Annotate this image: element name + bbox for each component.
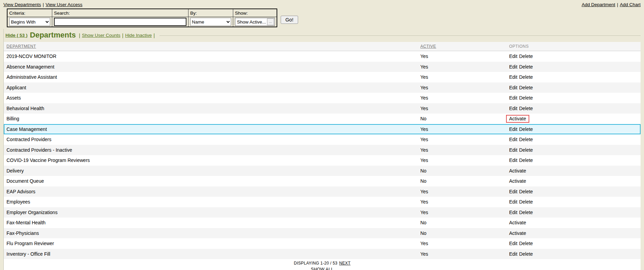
show-filter-browse-button[interactable]: ... bbox=[267, 18, 274, 25]
search-input[interactable] bbox=[54, 18, 186, 26]
edit-link[interactable]: Edit bbox=[509, 85, 517, 90]
edit-link[interactable]: Edit bbox=[509, 137, 517, 142]
view-user-access-link[interactable]: View User Access bbox=[46, 2, 83, 7]
active-cell: No bbox=[420, 168, 509, 174]
add-department-link[interactable]: Add Department bbox=[582, 2, 615, 7]
table-row[interactable]: Behavioral HealthYesEditDelete bbox=[4, 103, 641, 114]
table-row[interactable]: Absence ManagementYesEditDelete bbox=[4, 62, 641, 72]
by-select[interactable]: Name bbox=[190, 18, 231, 26]
delete-link[interactable]: Delete bbox=[519, 64, 533, 70]
table-header-row: DEPARTMENT ACTIVE OPTIONS bbox=[4, 42, 641, 51]
options-cell: EditDelete bbox=[509, 241, 641, 246]
activate-link[interactable]: Activate bbox=[509, 230, 526, 236]
table-row[interactable]: Case ManagementYesEditDelete bbox=[4, 124, 641, 135]
table-row[interactable]: Contracted Providers - InactiveYesEditDe… bbox=[4, 145, 641, 155]
table-row[interactable]: Administrative AssistantYesEditDelete bbox=[4, 72, 641, 82]
table-row[interactable]: Fax-Mental HealthNoActivate bbox=[4, 217, 641, 228]
hide-inactive-link[interactable]: Hide Inactive bbox=[125, 33, 152, 38]
table-row[interactable]: Fax-PhysiciansNoActivate bbox=[4, 228, 641, 239]
active-cell: No bbox=[420, 230, 509, 236]
table-row[interactable]: COVID-19 Vaccine Program ReviewersYesEdi… bbox=[4, 155, 641, 166]
active-cell: Yes bbox=[420, 74, 509, 80]
top-nav-left: View Departments|View User Access bbox=[3, 2, 82, 7]
delete-link[interactable]: Delete bbox=[519, 106, 533, 111]
header-separator: | bbox=[153, 32, 155, 38]
delete-link[interactable]: Delete bbox=[519, 158, 533, 163]
delete-link[interactable]: Delete bbox=[519, 85, 533, 90]
table-row[interactable]: Flu Program ReviewerYesEditDelete bbox=[4, 238, 641, 249]
delete-link[interactable]: Delete bbox=[519, 251, 533, 257]
department-cell: 2019-NCOV MONITOR bbox=[4, 54, 420, 59]
active-cell: Yes bbox=[420, 189, 509, 194]
go-button[interactable]: Go! bbox=[281, 16, 298, 24]
show-user-counts-link[interactable]: Show User Counts bbox=[82, 33, 121, 38]
show-all-line: SHOW ALL bbox=[4, 266, 641, 270]
table-row[interactable]: AssetsYesEditDelete bbox=[4, 93, 641, 103]
table-row[interactable]: Employer OrganizationsYesEditDelete bbox=[4, 207, 641, 218]
delete-link[interactable]: Delete bbox=[519, 241, 533, 246]
displaying-line: DISPLAYING 1-20 / 53NEXT bbox=[4, 261, 641, 266]
next-link[interactable]: NEXT bbox=[339, 261, 350, 266]
show-all-link[interactable]: SHOW ALL bbox=[311, 267, 333, 270]
activate-link[interactable]: Activate bbox=[509, 168, 526, 174]
edit-link[interactable]: Edit bbox=[509, 189, 517, 194]
options-cell: EditDelete bbox=[509, 106, 641, 111]
view-departments-link[interactable]: View Departments bbox=[3, 2, 41, 7]
department-sort-link[interactable]: DEPARTMENT bbox=[6, 44, 36, 49]
delete-link[interactable]: Delete bbox=[519, 147, 533, 153]
options-cell: EditDelete bbox=[509, 54, 641, 59]
edit-link[interactable]: Edit bbox=[509, 251, 517, 257]
table-row[interactable]: Contracted ProvidersYesEditDelete bbox=[4, 134, 641, 145]
department-cell: Inventory - Office Fill bbox=[4, 251, 420, 257]
edit-link[interactable]: Edit bbox=[509, 106, 517, 111]
department-cell: Applicant bbox=[4, 85, 420, 90]
table-row[interactable]: ApplicantYesEditDelete bbox=[4, 82, 641, 93]
table-row[interactable]: DeliveryNoActivate bbox=[4, 166, 641, 176]
table-body: 2019-NCOV MONITORYesEditDeleteAbsence Ma… bbox=[4, 51, 641, 259]
table-row[interactable]: BillingNoActivate bbox=[4, 114, 641, 124]
activate-link[interactable]: Activate bbox=[509, 178, 526, 184]
delete-link[interactable]: Delete bbox=[519, 210, 533, 215]
hide-count-link[interactable]: Hide ( 53 ) bbox=[5, 33, 28, 38]
edit-link[interactable]: Edit bbox=[509, 74, 517, 80]
department-cell: Delivery bbox=[4, 168, 420, 174]
edit-link[interactable]: Edit bbox=[509, 147, 517, 153]
activate-link[interactable]: Activate bbox=[509, 116, 526, 121]
active-sort-link[interactable]: ACTIVE bbox=[420, 44, 436, 49]
options-cell: Activate bbox=[509, 220, 641, 225]
delete-link[interactable]: Delete bbox=[519, 137, 533, 142]
top-nav-right: Add Department|Add Chart bbox=[582, 2, 641, 7]
criteria-label: Criteria: bbox=[7, 9, 52, 17]
activate-link[interactable]: Activate bbox=[509, 220, 526, 225]
edit-link[interactable]: Edit bbox=[509, 126, 517, 132]
criteria-select[interactable]: Begins With bbox=[9, 18, 50, 26]
table-row[interactable]: EAP AdvisorsYesEditDelete bbox=[4, 186, 641, 197]
search-label: Search: bbox=[52, 9, 188, 17]
department-cell: Absence Management bbox=[4, 64, 420, 70]
attention-highlight-box: Activate bbox=[506, 115, 529, 123]
delete-link[interactable]: Delete bbox=[519, 95, 533, 101]
options-cell: Activate bbox=[509, 115, 641, 123]
table-row[interactable]: Document QueueNoActivate bbox=[4, 176, 641, 186]
edit-link[interactable]: Edit bbox=[509, 95, 517, 101]
options-cell: EditDelete bbox=[509, 251, 641, 257]
edit-link[interactable]: Edit bbox=[509, 241, 517, 246]
edit-link[interactable]: Edit bbox=[509, 210, 517, 215]
active-cell: Yes bbox=[420, 106, 509, 111]
edit-link[interactable]: Edit bbox=[509, 199, 517, 205]
table-row[interactable]: EmployeesYesEditDelete bbox=[4, 197, 641, 207]
by-label: By: bbox=[188, 9, 233, 17]
add-chart-link[interactable]: Add Chart bbox=[620, 2, 641, 7]
delete-link[interactable]: Delete bbox=[519, 126, 533, 132]
delete-link[interactable]: Delete bbox=[519, 199, 533, 205]
edit-link[interactable]: Edit bbox=[509, 64, 517, 70]
table-row[interactable]: 2019-NCOV MONITORYesEditDelete bbox=[4, 51, 641, 62]
delete-link[interactable]: Delete bbox=[519, 189, 533, 194]
delete-link[interactable]: Delete bbox=[519, 54, 533, 59]
show-filter-box[interactable]: Show Active... ... bbox=[235, 18, 275, 26]
edit-link[interactable]: Edit bbox=[509, 158, 517, 163]
table-row[interactable]: Inventory - Office FillYesEditDelete bbox=[4, 249, 641, 259]
options-cell: EditDelete bbox=[509, 199, 641, 205]
delete-link[interactable]: Delete bbox=[519, 74, 533, 80]
edit-link[interactable]: Edit bbox=[509, 54, 517, 59]
